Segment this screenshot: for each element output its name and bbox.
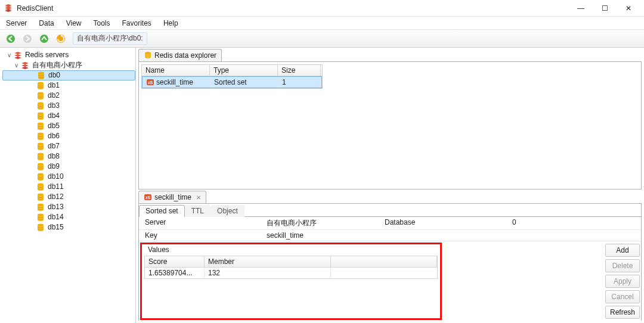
values-row[interactable]: 1.65389704... 132: [145, 268, 437, 278]
explorer-grid: Name Type Size zS seckill_time Sorted se…: [141, 64, 323, 89]
detail-panel: Sorted set TTL Object Server 自有电商小程序 Dat…: [138, 203, 642, 321]
tree-db-db1[interactable]: db1: [2, 80, 135, 91]
svg-text:zS: zS: [145, 195, 151, 200]
col-size[interactable]: Size: [278, 65, 321, 76]
back-button[interactable]: [4, 32, 18, 46]
tree-db-db15[interactable]: db15: [2, 222, 135, 232]
window-title: RedisClient: [17, 4, 569, 13]
tree-server[interactable]: ∨ 自有电商小程序: [2, 60, 135, 70]
app-icon: [4, 4, 13, 13]
col-score[interactable]: Score: [145, 256, 205, 267]
up-button[interactable]: [37, 32, 51, 46]
tree-db-db9[interactable]: db9: [2, 162, 135, 172]
database-icon: [144, 51, 152, 60]
tree-db-db10[interactable]: db10: [2, 172, 135, 182]
tree-root[interactable]: ∨ Redis servers: [2, 50, 135, 60]
add-button[interactable]: Add: [605, 244, 640, 257]
tree-db-label: db9: [48, 162, 60, 172]
tree-db-db3[interactable]: db3: [2, 101, 135, 111]
tree-db-label: db8: [48, 151, 60, 162]
database-icon: [36, 152, 45, 162]
values-table[interactable]: Score Member 1.65389704... 132: [144, 256, 438, 279]
tree-db-label: db7: [48, 141, 60, 151]
server-icon: [20, 61, 30, 70]
tree-server-label: 自有电商小程序: [32, 60, 82, 70]
key-value: seckill_time: [267, 231, 385, 240]
menu-tools[interactable]: Tools: [91, 18, 113, 29]
tree-db-db7[interactable]: db7: [2, 141, 135, 151]
database-icon: [36, 162, 45, 172]
toolbar: 自有电商小程序\db0:: [0, 30, 644, 48]
database-label: Database: [385, 218, 512, 228]
tree-db-db14[interactable]: db14: [2, 212, 135, 222]
sidebar: ∨ Redis servers ∨ 自有电商小程序 db0db1db2db3db…: [0, 48, 136, 323]
window-close-button[interactable]: ✕: [617, 1, 640, 15]
database-icon: [36, 182, 45, 192]
delete-button[interactable]: Delete: [605, 259, 640, 272]
database-icon: [36, 132, 45, 141]
database-icon: [36, 122, 45, 131]
menu-view[interactable]: View: [64, 18, 84, 29]
row-name: seckill_time: [156, 78, 193, 86]
tree-db-db4[interactable]: db4: [2, 111, 135, 121]
subtab-sortedset[interactable]: Sorted set: [139, 205, 185, 217]
apply-button[interactable]: Apply: [605, 275, 640, 288]
detail-tab-label: seckill_time: [154, 193, 191, 201]
database-icon: [36, 71, 46, 80]
server-label: Server: [145, 218, 267, 228]
tree-db-db0[interactable]: db0: [2, 70, 135, 80]
values-heading: Values: [144, 244, 440, 254]
sortedset-icon: zS: [146, 78, 154, 86]
redis-tree: ∨ Redis servers ∨ 自有电商小程序 db0db1db2db3db…: [2, 50, 135, 232]
database-icon: [36, 213, 45, 222]
tree-db-db13[interactable]: db13: [2, 202, 135, 212]
col-name[interactable]: Name: [142, 65, 210, 76]
tree-db-db11[interactable]: db11: [2, 182, 135, 192]
address-bar[interactable]: 自有电商小程序\db0:: [73, 32, 147, 45]
database-icon: [36, 142, 45, 151]
content-area: Redis data explorer Name Type Size zS se…: [136, 48, 644, 323]
tree-db-label: db11: [48, 182, 64, 192]
explorer-row[interactable]: zS seckill_time Sorted set 1: [142, 76, 322, 88]
detail-tab[interactable]: zS seckill_time ✕: [138, 191, 206, 203]
database-icon: [36, 203, 45, 212]
tree-db-db12[interactable]: db12: [2, 192, 135, 202]
sortedset-icon: zS: [144, 193, 152, 201]
subtab-object[interactable]: Object: [210, 205, 244, 217]
tree-db-db8[interactable]: db8: [2, 151, 135, 162]
subtab-ttl[interactable]: TTL: [185, 205, 210, 217]
explorer-tab-label: Redis data explorer: [154, 51, 216, 60]
col-type[interactable]: Type: [210, 65, 278, 76]
refresh-button[interactable]: [54, 32, 68, 46]
svg-point-2: [40, 35, 48, 43]
refresh-detail-button[interactable]: Refresh: [605, 306, 640, 319]
menu-server[interactable]: Server: [4, 18, 29, 29]
forward-button[interactable]: [20, 32, 35, 46]
window-maximize-button[interactable]: ☐: [593, 1, 617, 15]
tree-db-label: db5: [48, 121, 60, 131]
database-icon: [36, 91, 45, 101]
tree-db-label: db10: [48, 172, 64, 182]
menu-data[interactable]: Data: [36, 18, 56, 29]
database-value: 0: [512, 218, 626, 228]
menu-help[interactable]: Help: [161, 18, 181, 29]
tree-root-label: Redis servers: [25, 50, 69, 60]
values-highlight-box: Values Score Member 1.65389704... 132: [140, 243, 442, 320]
svg-text:zS: zS: [148, 80, 153, 85]
row-type: Sorted set: [210, 77, 278, 88]
menu-favorites[interactable]: Favorites: [120, 18, 154, 29]
tree-db-db2[interactable]: db2: [2, 91, 135, 101]
close-icon[interactable]: ✕: [196, 194, 201, 201]
chevron-down-icon[interactable]: ∨: [5, 50, 13, 60]
database-icon: [36, 192, 45, 202]
database-icon: [36, 111, 45, 121]
cancel-button[interactable]: Cancel: [605, 290, 640, 303]
window-minimize-button[interactable]: —: [569, 1, 593, 15]
tree-db-db6[interactable]: db6: [2, 131, 135, 141]
col-member[interactable]: Member: [205, 256, 331, 267]
tree-db-db5[interactable]: db5: [2, 121, 135, 131]
menubar: Server Data View Tools Favorites Help: [0, 17, 644, 30]
explorer-tab[interactable]: Redis data explorer: [138, 49, 222, 61]
chevron-down-icon[interactable]: ∨: [12, 60, 20, 70]
tree-db-label: db2: [48, 91, 60, 101]
